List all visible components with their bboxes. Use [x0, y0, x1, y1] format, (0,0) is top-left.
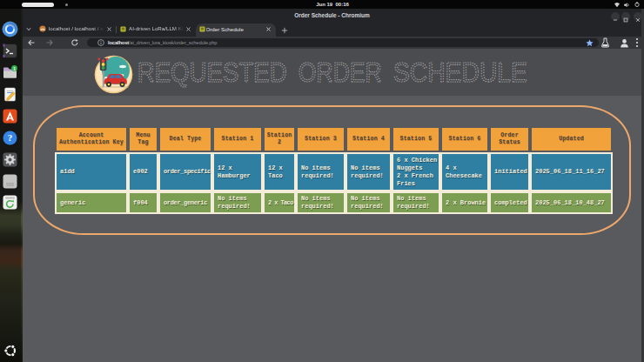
svg-text:SSS: SSS [6, 183, 14, 187]
svg-text:REQUESTED: REQUESTED [138, 57, 287, 88]
svg-text:ORDER: ORDER [299, 57, 382, 88]
svg-text:1: 1 [13, 66, 16, 71]
svg-text:SCHEDULE: SCHEDULE [393, 57, 527, 88]
svg-text:?: ? [8, 132, 13, 143]
